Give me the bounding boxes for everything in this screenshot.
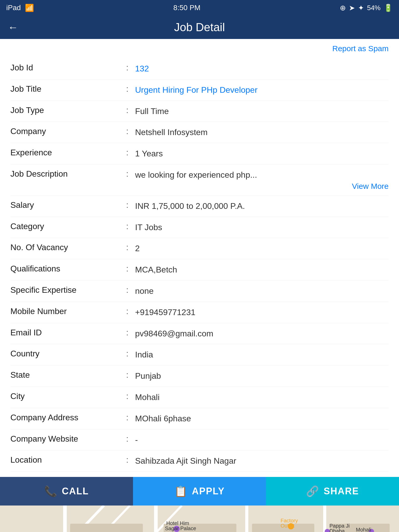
field-value: - — [135, 434, 389, 446]
svg-text:Sagar Palace: Sagar Palace — [165, 526, 196, 531]
field-row: Specific Expertise:none — [10, 281, 389, 302]
field-colon: : — [119, 413, 135, 422]
field-row: State:Punjab — [10, 365, 389, 387]
status-right: ⊕ ➤ ✦ 54% 🔋 — [340, 4, 393, 12]
field-value: IT Jobs — [135, 222, 389, 233]
field-value: pv98469@gmail.com — [135, 328, 389, 340]
field-row: Experience:1 Years — [10, 143, 389, 164]
field-value: India — [135, 349, 389, 361]
apply-icon: 📋 — [174, 485, 188, 497]
battery-icon: 🔋 — [384, 4, 393, 12]
share-label: SHARE — [324, 486, 359, 497]
field-value: MOhali 6phase — [135, 413, 389, 424]
field-row: Job Title:Urgent Hiring For PHp Develope… — [10, 79, 389, 101]
apply-label: APPLY — [192, 486, 225, 497]
fields-container: Job Id:132Job Title:Urgent Hiring For PH… — [10, 58, 389, 472]
action-buttons: 📞 CALL 📋 APPLY 🔗 SHARE — [0, 477, 399, 506]
field-colon: : — [119, 391, 135, 401]
field-colon: : — [119, 169, 135, 179]
field-colon: : — [119, 105, 135, 115]
field-row: Mobile Number:+919459771231 — [10, 302, 389, 323]
field-row: Email ID:pv98469@gmail.com — [10, 323, 389, 344]
header: ← Job Detail — [0, 16, 399, 39]
field-value: MCA,Betch — [135, 264, 389, 276]
field-colon: : — [119, 434, 135, 444]
field-row: No. Of Vacancy:2 — [10, 238, 389, 259]
bluetooth-icon: ✦ — [358, 4, 364, 12]
field-row: Job Description:we looking for experienc… — [10, 164, 389, 196]
field-row: Salary:INR 1,75,000 to 2,00,000 P.A. — [10, 196, 389, 217]
wifi-icon: 📶 — [25, 4, 34, 12]
field-label: Category — [10, 222, 119, 231]
field-colon: : — [119, 285, 135, 295]
svg-text:Pappa Ji: Pappa Ji — [329, 523, 350, 529]
field-label: Company Website — [10, 434, 119, 444]
field-value: Netshell Infosystem — [135, 127, 389, 138]
field-label: Experience — [10, 148, 119, 157]
field-value: Sahibzada Ajit Singh Nagar — [135, 455, 389, 467]
field-value: +919459771231 — [135, 307, 389, 318]
field-row: Job Id:132 — [10, 58, 389, 79]
location-icon: ⊕ — [340, 4, 346, 12]
share-button[interactable]: 🔗 SHARE — [266, 477, 399, 506]
field-value: 2 — [135, 243, 389, 254]
status-left: iPad 📶 — [6, 4, 34, 12]
field-label: Job Description — [10, 169, 119, 179]
field-label: Job Id — [10, 63, 119, 72]
field-value: we looking for experienced php... — [135, 169, 389, 181]
field-colon: : — [119, 200, 135, 210]
field-label: Company Address — [10, 413, 119, 422]
navigation-icon: ➤ — [349, 4, 355, 12]
field-label: City — [10, 391, 119, 401]
call-label: CALL — [62, 486, 89, 497]
view-more-button[interactable]: View More — [135, 182, 389, 191]
map-view[interactable]: Niper Rd 7 Sector-Link Rd Ligha Wala Rd … — [0, 506, 399, 532]
field-colon: : — [119, 349, 135, 358]
field-label: Mobile Number — [10, 307, 119, 316]
field-label: Qualifications — [10, 264, 119, 274]
field-row: Company Address:MOhali 6phase — [10, 408, 389, 429]
field-colon: : — [119, 307, 135, 316]
apply-button[interactable]: 📋 APPLY — [133, 477, 266, 506]
field-label: Specific Expertise — [10, 285, 119, 295]
field-row: Location:Sahibzada Ajit Singh Nagar — [10, 450, 389, 472]
field-row: Category:IT Jobs — [10, 217, 389, 238]
field-row: Company Website:- — [10, 429, 389, 451]
field-colon: : — [119, 84, 135, 94]
call-icon: 📞 — [44, 485, 58, 497]
field-value[interactable]: Urgent Hiring For PHp Developer — [135, 84, 389, 96]
field-value: 1 Years — [135, 148, 389, 159]
field-row: Country:India — [10, 344, 389, 365]
report-spam-button[interactable]: Report as Spam — [10, 44, 389, 53]
field-colon: : — [119, 370, 135, 380]
svg-text:Outlet: Outlet — [281, 523, 295, 529]
time-display: 8:50 PM — [173, 4, 200, 12]
field-value: Mohali — [135, 391, 389, 403]
field-label: Company — [10, 127, 119, 136]
field-colon: : — [119, 63, 135, 72]
field-row: Job Type:Full Time — [10, 101, 389, 122]
field-value: INR 1,75,000 to 2,00,000 P.A. — [135, 200, 389, 212]
description-container: we looking for experienced php...View Mo… — [135, 169, 389, 191]
call-button[interactable]: 📞 CALL — [0, 477, 133, 506]
field-colon: : — [119, 328, 135, 337]
field-row: City:Mohali — [10, 387, 389, 408]
status-bar: iPad 📶 8:50 PM ⊕ ➤ ✦ 54% 🔋 — [0, 0, 399, 16]
svg-text:Factory: Factory — [281, 518, 298, 523]
field-colon: : — [119, 455, 135, 465]
svg-text:Hotel Him: Hotel Him — [166, 520, 189, 526]
page-title: Job Detail — [23, 21, 376, 34]
field-label: No. Of Vacancy — [10, 243, 119, 252]
field-label: Location — [10, 455, 119, 465]
field-label: Email ID — [10, 328, 119, 337]
content-area: Report as Spam Job Id:132Job Title:Urgen… — [0, 39, 399, 477]
carrier-text: iPad — [6, 4, 21, 12]
svg-rect-16 — [70, 524, 143, 532]
field-colon: : — [119, 243, 135, 252]
field-label: Salary — [10, 200, 119, 210]
svg-text:Dhaba: Dhaba — [329, 528, 345, 532]
back-button[interactable]: ← — [8, 22, 18, 32]
field-colon: : — [119, 127, 135, 136]
field-value[interactable]: 132 — [135, 63, 389, 75]
field-label: Job Title — [10, 84, 119, 94]
